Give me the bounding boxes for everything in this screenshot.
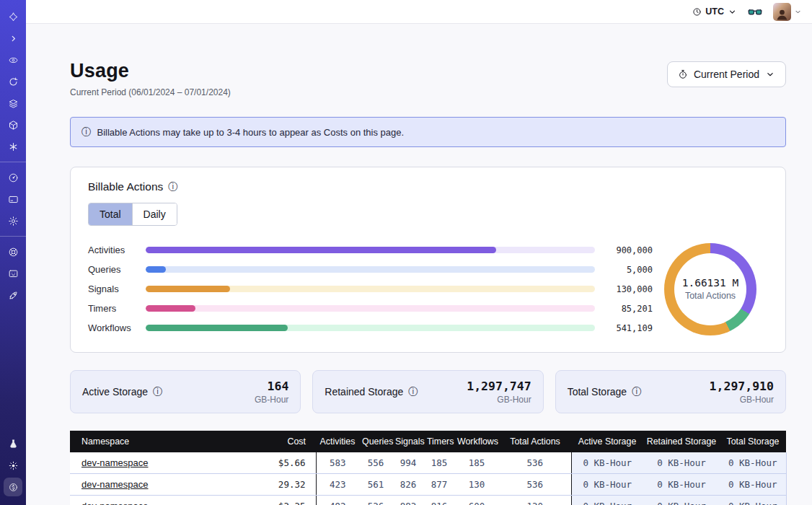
total-actions-value: 1.66131 M: [682, 277, 739, 289]
billable-actions-title: Billable Actions ⓘ: [88, 180, 768, 193]
feedback-monitor-icon: [8, 268, 19, 279]
timers-cell: 877: [424, 474, 454, 496]
bar-chart: Activities 900,000 Queries 5,000 Signals…: [88, 240, 653, 338]
period-selector-button[interactable]: Current Period: [667, 61, 786, 87]
topbar: UTC: [26, 0, 812, 24]
temporal-logo-icon: [8, 12, 19, 22]
bar-value: 85,201: [605, 304, 653, 314]
col-active-storage: Active Storage: [571, 431, 643, 452]
sidebar-item-credits[interactable]: [4, 478, 22, 496]
col-cost: Cost: [247, 431, 316, 452]
storage-unit: GB-Hour: [255, 395, 288, 405]
bar-fill-timers: [146, 305, 195, 312]
preview-glasses-icon[interactable]: [747, 6, 763, 17]
total-actions-donut: 1.66131 M Total Actions: [664, 243, 756, 335]
sidebar-item-feedback[interactable]: [4, 264, 22, 283]
eye-icon: [8, 55, 19, 66]
active-storage-card: Active Storage ⓘ 164 GB-Hour: [70, 370, 301, 413]
chevron-down-icon: [765, 69, 775, 79]
main-content: Usage Current Period (06/01/2024 – 07/01…: [26, 24, 812, 505]
total-storage-cell: 0 KB-Hour: [720, 452, 786, 474]
sidebar-item-support[interactable]: [4, 242, 22, 261]
namespace-link[interactable]: dev-namespace: [81, 457, 149, 468]
bar-row-signals: Signals 130,000: [88, 279, 653, 299]
sidebar-item-deployments[interactable]: [4, 115, 22, 134]
sidebar-item-billing[interactable]: [4, 190, 22, 208]
sidebar-item-schedules[interactable]: [4, 72, 22, 91]
namespace-link[interactable]: dev-namespace: [81, 479, 149, 490]
namespace-link[interactable]: dev-namespace: [81, 501, 149, 505]
bar-label: Queries: [88, 264, 140, 275]
total-actions-label: Total Actions: [685, 291, 736, 301]
period-button-label: Current Period: [694, 69, 759, 80]
active-storage-cell: 0 KB-Hour: [571, 496, 643, 505]
tab-total[interactable]: Total: [89, 203, 132, 225]
storage-values: 1,297,910 GB-Hour: [710, 379, 774, 405]
col-timers: Timers: [424, 431, 454, 452]
info-icon[interactable]: ⓘ: [632, 385, 642, 398]
user-menu[interactable]: [773, 3, 802, 21]
sun-icon: [8, 460, 19, 471]
sidebar-item-usage[interactable]: [4, 168, 22, 187]
storage-values: 1,297,747 GB-Hour: [467, 379, 531, 405]
sidebar-item-labs[interactable]: [4, 434, 22, 453]
info-icon[interactable]: ⓘ: [153, 385, 163, 398]
sidebar-item-layers[interactable]: [4, 94, 22, 113]
tab-daily[interactable]: Daily: [132, 203, 177, 225]
sidebar-item-settings[interactable]: [4, 211, 22, 230]
storage-value: 1,297,910: [710, 379, 774, 393]
activities-cell: 583: [316, 452, 359, 474]
storage-values: 164 GB-Hour: [255, 379, 288, 405]
storage-label: Total Storage ⓘ: [568, 385, 642, 398]
bar-row-queries: Queries 5,000: [88, 260, 653, 279]
total-storage-card: Total Storage ⓘ 1,297,910 GB-Hour: [555, 370, 786, 413]
timers-cell: 185: [424, 452, 454, 474]
storage-label-text: Retained Storage: [325, 386, 403, 398]
bar-label: Activities: [88, 245, 140, 255]
gauge-icon: [8, 172, 19, 183]
total-storage-cell: 0 KB-Hour: [720, 496, 786, 505]
info-icon[interactable]: ⓘ: [408, 385, 418, 398]
sidebar-item-theme[interactable]: [4, 456, 22, 475]
bar-label: Timers: [88, 303, 140, 314]
table-header-row: Namespace Cost Activities Queries Signal…: [70, 431, 786, 452]
bar-row-activities: Activities 900,000: [88, 240, 653, 260]
credit-card-icon: [8, 194, 19, 205]
table-row: dev-namespace $3.35 492 536 883 816 600 …: [70, 496, 786, 505]
namespace-usage-table: Namespace Cost Activities Queries Signal…: [70, 431, 787, 505]
retained-storage-card: Retained Storage ⓘ 1,297,747 GB-Hour: [312, 370, 543, 413]
total-storage-cell: 0 KB-Hour: [720, 474, 786, 496]
bar-row-timers: Timers 85,201: [88, 299, 653, 318]
info-banner: ⓘ Billable Actions may take up to 3-4 ho…: [70, 117, 786, 147]
bar-track: [146, 266, 595, 273]
col-total-storage: Total Storage: [720, 431, 786, 452]
bar-track: [146, 286, 595, 292]
table-row: dev-namespace 29.32 423 561 826 877 130 …: [70, 474, 786, 496]
sidebar-item-home[interactable]: [4, 7, 22, 26]
banner-text: Billable Actions may take up to 3-4 hour…: [97, 127, 405, 138]
queries-cell: 556: [359, 452, 392, 474]
sidebar-item-namespaces[interactable]: [4, 50, 22, 69]
active-storage-cell: 0 KB-Hour: [571, 452, 643, 474]
info-icon[interactable]: ⓘ: [168, 180, 178, 193]
col-namespace: Namespace: [70, 431, 247, 452]
queries-cell: 561: [359, 474, 392, 496]
sidebar-item-getting-started[interactable]: [4, 286, 22, 304]
timezone-selector[interactable]: UTC: [692, 6, 737, 17]
bar-label: Signals: [88, 284, 140, 294]
sidebar-item-expand[interactable]: [4, 29, 22, 48]
sidebar-item-nexus[interactable]: [4, 137, 22, 156]
donut-chart-box: 1.66131 M Total Actions: [653, 243, 768, 335]
bar-track: [146, 325, 595, 331]
bar-track: [146, 305, 595, 312]
storage-value: 1,297,747: [467, 379, 531, 393]
bar-value: 900,000: [605, 245, 653, 255]
stopwatch-icon: [678, 69, 688, 79]
sidebar-divider: [0, 162, 26, 162]
billable-actions-card: Billable Actions ⓘ Total Daily Activitie…: [70, 167, 786, 353]
bar-fill-activities: [146, 247, 496, 253]
storage-cards: Active Storage ⓘ 164 GB-Hour Retained St…: [70, 370, 786, 413]
sidebar-divider: [0, 236, 26, 237]
total-actions-cell: 130: [499, 496, 571, 505]
gear-icon: [8, 216, 19, 227]
